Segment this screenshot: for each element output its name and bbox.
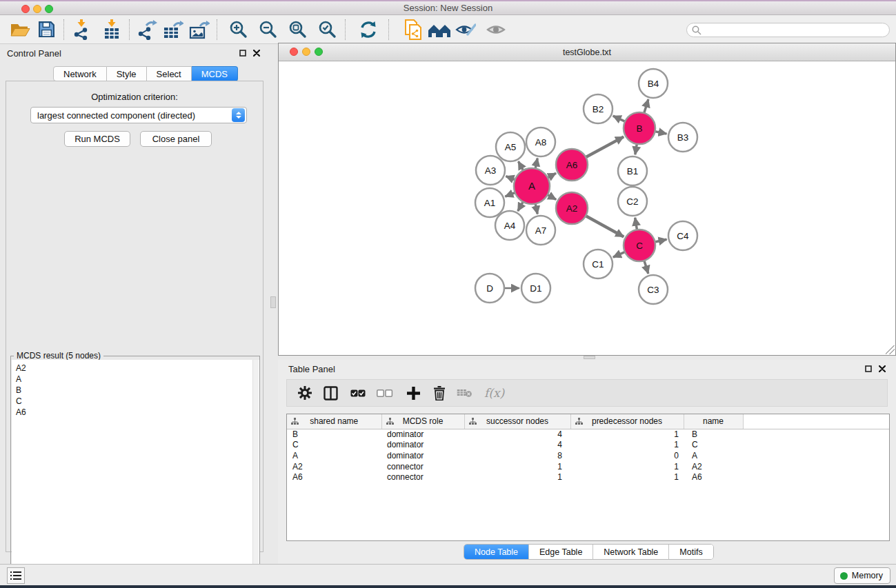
cell-predecessor_nodes[interactable]: 0 [570,450,684,461]
first-neighbors-icon[interactable] [426,17,452,42]
network-window-titlebar[interactable]: testGlobe.txt [279,43,895,61]
zoom-fit-icon[interactable] [285,17,311,42]
open-folder-icon[interactable] [7,17,33,42]
tab-select[interactable]: Select [147,66,192,81]
toolbar-separator [63,19,64,40]
export-table-icon[interactable] [160,17,186,42]
show-all-icon[interactable] [483,17,509,42]
tab-motifs[interactable]: Motifs [668,545,713,559]
delete-column-icon[interactable] [433,386,446,401]
function-builder-icon[interactable]: f(x) [484,386,504,400]
add-column-icon[interactable] [407,387,420,400]
tab-mcds[interactable]: MCDS [192,66,238,81]
refresh-layout-icon[interactable] [355,17,381,42]
column-header-name[interactable]: name [684,414,743,429]
cell-successor_nodes[interactable]: 1 [464,461,570,472]
close-panel-button[interactable]: Close panel [140,131,212,147]
tab-node-table[interactable]: Node Table [464,545,528,559]
cell-shared_name[interactable]: A6 [287,472,381,483]
cell-shared_name[interactable]: A [287,450,381,461]
vertical-splitter[interactable] [269,44,278,564]
table-row[interactable]: Bdominator41B [287,429,890,440]
cell-predecessor_nodes[interactable]: 1 [570,472,684,483]
cell-mcds_role[interactable]: dominator [381,429,464,440]
tab-network-table[interactable]: Network Table [593,545,668,559]
column-header-mcds-role[interactable]: MCDS role [381,414,464,429]
cell-name[interactable]: B [684,429,743,440]
deselect-all-icon[interactable] [377,389,393,397]
cell-predecessor_nodes[interactable]: 1 [570,461,684,472]
mcds-result-item[interactable]: B [12,385,259,396]
search-input[interactable] [686,23,890,37]
cell-successor_nodes[interactable]: 1 [464,472,570,483]
close-panel-icon[interactable] [251,48,262,59]
table-row[interactable]: A2connector11A2 [287,461,890,472]
settings-gear-icon[interactable] [298,386,312,400]
delete-table-icon[interactable] [457,388,472,398]
float-panel-icon[interactable] [237,48,248,59]
cell-name[interactable]: A [684,450,743,461]
export-image-icon[interactable] [186,17,212,42]
mcds-result-list[interactable]: A2ABCA6 [12,360,259,588]
cell-shared_name[interactable]: C [287,440,381,451]
cell-shared_name[interactable]: A2 [287,461,381,472]
resize-grip[interactable] [886,345,895,354]
node-table[interactable]: shared name MCDS role successor nodes pr… [286,414,890,541]
zoom-network-button[interactable] [315,48,323,56]
zoom-window-button[interactable] [45,5,53,13]
network-graph[interactable]: B4B2BB3A5A8A6A3B1AC2A1A2A4A7C4CC1DD1C3 [279,61,895,355]
tab-edge-table[interactable]: Edge Table [528,545,593,559]
show-column-icon[interactable] [323,386,338,401]
float-panel-icon[interactable] [863,363,874,374]
minimize-network-button[interactable] [302,48,310,56]
minimize-window-button[interactable] [33,5,41,13]
import-network-icon[interactable] [68,17,94,42]
mcds-list-scrollbar[interactable] [252,360,259,588]
cell-mcds_role[interactable]: connector [381,461,464,472]
table-row[interactable]: Adominator80A [287,450,890,461]
import-table-icon[interactable] [99,17,125,42]
tab-network[interactable]: Network [53,66,107,81]
column-header-predecessor-nodes[interactable]: predecessor nodes [570,414,684,429]
column-header-successor-nodes[interactable]: successor nodes [464,414,570,429]
mcds-result-item[interactable]: A [12,374,259,385]
cell-successor_nodes[interactable]: 4 [464,429,570,440]
memory-button[interactable]: Memory [834,567,890,584]
zoom-selected-icon[interactable] [315,17,341,42]
cell-name[interactable]: A6 [684,472,743,483]
close-window-button[interactable] [21,5,30,13]
splitter-handle[interactable] [584,356,595,359]
cell-mcds_role[interactable]: dominator [381,440,464,451]
cell-mcds_role[interactable]: dominator [381,450,464,461]
mcds-result-item[interactable]: C [12,396,259,407]
zoom-out-icon[interactable] [255,17,281,42]
cell-successor_nodes[interactable]: 4 [464,440,570,451]
close-panel-icon[interactable] [877,363,888,374]
attribute-type-icon [386,418,394,427]
save-session-icon[interactable] [33,17,59,42]
cell-mcds_role[interactable]: connector [381,472,464,483]
network-canvas[interactable]: B4B2BB3A5A8A6A3B1AC2A1A2A4A7C4CC1DD1C3 [279,61,895,355]
run-mcds-button[interactable]: Run MCDS [64,131,130,147]
mcds-result-item[interactable]: A6 [12,407,259,418]
tab-style[interactable]: Style [107,66,147,81]
table-row[interactable]: Cdominator41C [287,440,890,451]
cell-name[interactable]: C [684,440,743,451]
hide-selected-icon[interactable] [452,17,479,42]
zoom-in-icon[interactable] [226,17,252,42]
cell-predecessor_nodes[interactable]: 1 [570,429,684,440]
select-all-icon[interactable] [350,389,366,397]
cell-name[interactable]: A2 [684,461,743,472]
export-network-icon[interactable] [134,17,160,42]
table-row[interactable]: A6connector11A6 [287,472,890,483]
cell-predecessor_nodes[interactable]: 1 [570,440,684,451]
column-header-shared-name[interactable]: shared name [287,414,381,429]
task-history-button[interactable] [7,567,25,584]
close-network-button[interactable] [290,48,298,56]
criterion-dropdown[interactable]: largest connected component (directed) [30,107,247,123]
copy-network-icon[interactable] [400,17,426,42]
splitter-handle[interactable] [270,296,276,308]
cell-shared_name[interactable]: B [287,429,381,440]
mcds-result-item[interactable]: A2 [12,363,259,374]
cell-successor_nodes[interactable]: 8 [464,450,570,461]
